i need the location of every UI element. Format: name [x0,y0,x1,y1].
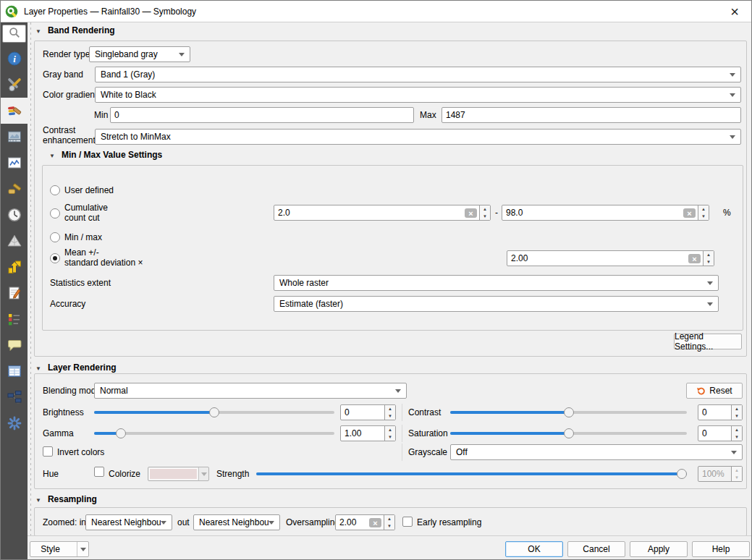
clear-icon[interactable] [465,208,477,218]
slider-handle[interactable] [564,428,574,438]
blending-mode-dropdown[interactable]: Normal [94,383,407,399]
contrast-spinbox[interactable] [698,404,743,420]
sidebar-item-legend[interactable] [1,306,28,332]
user-defined-radio[interactable] [50,185,60,195]
grayscale-dropdown[interactable]: Off [450,444,743,460]
sidebar-item-attributes-table[interactable] [1,358,28,384]
contrast-slider[interactable] [450,404,687,420]
spin-down-icon[interactable] [480,213,490,220]
color-gradient-dropdown[interactable]: White to Black [95,87,741,103]
sidebar-item-rendering[interactable] [1,176,28,202]
max-input[interactable] [442,107,741,123]
spin-down-icon[interactable] [385,412,395,420]
cumulative-to-input[interactable] [502,205,709,221]
spin-down-icon[interactable] [732,474,742,481]
layer-rendering-header[interactable]: Layer Rendering [35,362,117,373]
saturation-value[interactable] [698,428,731,438]
sidebar-item-external-plugins[interactable] [1,410,28,436]
spin-down-icon[interactable] [698,213,709,220]
style-button[interactable]: Style [30,541,89,557]
brightness-spinbox[interactable] [340,404,396,420]
strength-value[interactable] [698,469,731,479]
splitter-handle[interactable] [30,22,31,535]
clear-icon[interactable] [369,518,381,527]
strength-spinbox[interactable] [698,466,743,482]
resampling-header[interactable]: Resampling [35,494,97,504]
spinner[interactable] [731,405,742,420]
spin-up-icon[interactable] [385,426,395,433]
max-value-input[interactable] [442,110,740,120]
spinner[interactable] [384,426,395,441]
apply-button[interactable]: Apply [630,541,688,557]
slider-track[interactable] [94,432,334,435]
stddev-value[interactable] [507,253,686,263]
zoomed-out-dropdown[interactable]: Nearest Neighbour [193,514,280,530]
min-input[interactable] [110,107,414,123]
spin-up-icon[interactable] [385,405,395,412]
sidebar-item-display[interactable] [1,332,28,358]
gamma-value[interactable] [341,428,384,438]
invert-colors-checkbox[interactable] [43,446,53,457]
spinner[interactable] [479,205,490,220]
sidebar-item-histogram[interactable] [1,150,28,176]
contrast-value[interactable] [698,407,731,417]
render-type-dropdown[interactable]: Singleband gray [89,46,190,62]
cancel-button[interactable]: Cancel [567,541,625,557]
minmax-settings-header[interactable]: Min / Max Value Settings [49,150,162,160]
spin-up-icon[interactable] [704,251,714,258]
clear-icon[interactable] [683,208,696,218]
help-button[interactable]: Help [692,541,750,557]
zoomed-in-dropdown[interactable]: Nearest Neighbour [85,514,172,530]
spinner[interactable] [384,405,395,420]
saturation-slider[interactable] [450,425,687,441]
reset-button[interactable]: Reset [686,383,743,399]
swatch-dropdown[interactable] [198,467,208,480]
legend-settings-button[interactable]: Legend Settings... [674,334,742,349]
stddev-input[interactable] [507,250,714,266]
spin-up-icon[interactable] [698,205,709,213]
spin-up-icon[interactable] [732,426,742,433]
sidebar-item-information[interactable]: i [1,46,28,72]
spin-down-icon[interactable] [732,412,742,420]
close-icon[interactable] [722,1,747,22]
early-resampling-checkbox[interactable] [402,517,413,527]
sidebar-search-input[interactable] [2,25,26,43]
oversampling-spinbox[interactable] [335,514,395,530]
sidebar-item-metadata[interactable] [1,280,28,306]
sidebar-item-transparency[interactable] [1,124,28,150]
sidebar-item-source[interactable] [1,72,28,98]
cumulative-count-cut-radio[interactable] [50,208,60,219]
sidebar-item-temporal[interactable] [1,202,28,228]
ok-button[interactable]: OK [505,541,563,557]
min-max-radio[interactable] [50,232,60,242]
min-value-input[interactable] [111,110,413,120]
cumulative-from-value[interactable] [274,208,462,218]
gray-band-dropdown[interactable]: Band 1 (Gray) [95,67,741,82]
cumulative-from-input[interactable] [274,205,491,221]
style-menu-arrow[interactable] [77,542,88,556]
saturation-spinbox[interactable] [698,425,743,441]
spin-up-icon[interactable] [384,515,394,522]
brightness-value[interactable] [341,407,384,417]
accuracy-dropdown[interactable]: Estimate (faster) [274,296,719,312]
statistics-extent-dropdown[interactable]: Whole raster [274,275,719,291]
spin-up-icon[interactable] [732,467,742,474]
mean-stddev-radio[interactable] [50,253,60,263]
spinner[interactable] [731,467,742,481]
spin-up-icon[interactable] [732,405,742,412]
spin-down-icon[interactable] [385,433,395,441]
sidebar-item-elevation[interactable] [1,254,28,280]
spin-down-icon[interactable] [704,258,714,266]
brightness-slider[interactable] [94,404,334,420]
clear-icon[interactable] [688,254,701,263]
colorize-color-button[interactable] [148,467,209,481]
oversampling-value[interactable] [336,517,367,527]
spinner[interactable] [703,251,714,266]
contrast-enhancement-dropdown[interactable]: Stretch to MinMax [95,129,741,145]
cumulative-to-value[interactable] [502,208,681,218]
colorize-checkbox[interactable] [94,467,104,477]
slider-handle[interactable] [564,407,574,417]
slider-handle[interactable] [116,428,126,438]
sidebar-item-pyramids[interactable] [1,228,28,254]
slider-handle[interactable] [209,407,219,417]
